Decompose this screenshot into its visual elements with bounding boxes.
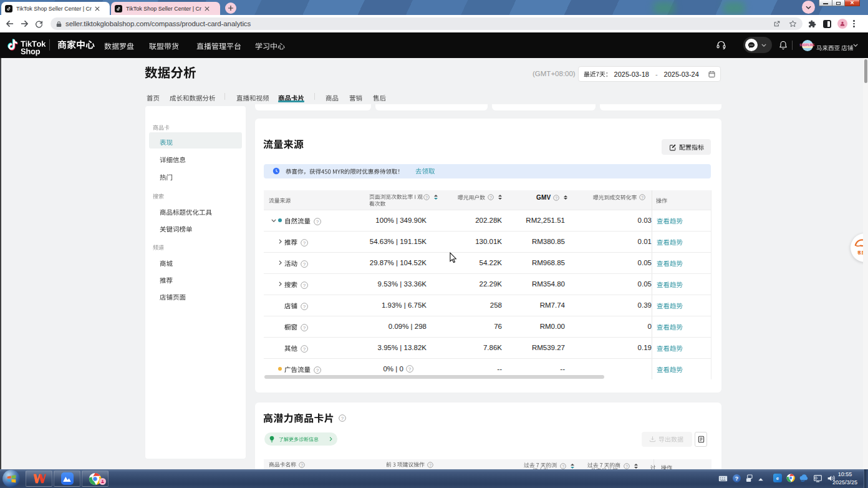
svg-text:?: ? — [302, 304, 306, 310]
svg-text:?: ? — [316, 368, 319, 373]
svg-text:?: ? — [429, 462, 432, 467]
svg-text:?: ? — [302, 240, 306, 246]
svg-text:?: ? — [642, 195, 644, 200]
svg-text:?: ? — [562, 464, 564, 469]
svg-text:?: ? — [489, 195, 492, 200]
svg-text:?: ? — [625, 464, 628, 469]
svg-text:?: ? — [302, 325, 306, 331]
svg-text:?: ? — [556, 195, 558, 200]
svg-text:?: ? — [302, 261, 306, 267]
svg-text:?: ? — [302, 346, 306, 352]
svg-text:?: ? — [301, 462, 303, 467]
svg-text:?: ? — [425, 195, 428, 200]
svg-text:?: ? — [341, 416, 344, 421]
svg-text:?: ? — [302, 283, 306, 288]
svg-text:?: ? — [316, 219, 319, 225]
svg-text:?: ? — [408, 366, 412, 372]
